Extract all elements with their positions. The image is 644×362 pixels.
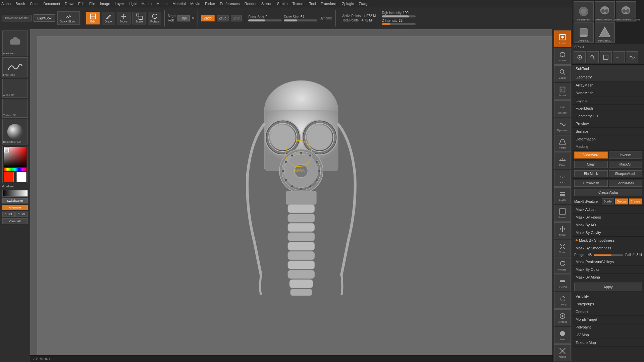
inverse-button[interactable]: Inverse (609, 152, 642, 159)
menu-light[interactable]: Light (129, 2, 137, 6)
mask-by-fibers-item[interactable]: Mask By Fibers (572, 214, 644, 221)
zsub-button[interactable]: Zsub (217, 15, 229, 21)
color-hue-bar[interactable] (4, 168, 26, 171)
draw-size-slider[interactable] (284, 19, 317, 21)
mask-by-alpha-item[interactable]: Mask By Alpha (572, 274, 644, 281)
tool-thumb-1[interactable]: SimpleBrush (574, 1, 594, 21)
switch-color-button[interactable]: SwitchColor (2, 198, 28, 203)
mask-by-smoothness-item[interactable]: Mask By Smoothness (572, 237, 644, 244)
menu-picker[interactable]: Picker (205, 2, 215, 6)
dynamic-view-button[interactable]: Dynamic (554, 118, 571, 134)
mask-adjust-item[interactable]: Mask Adjust (572, 206, 644, 214)
mask-by-color-item[interactable]: Mask By Color (572, 266, 644, 274)
edit-button[interactable]: Edit (86, 12, 100, 24)
rotate-tool-button[interactable]: Rotate (554, 257, 571, 274)
zcut-button[interactable]: Zcut (231, 15, 242, 21)
contact-section[interactable]: Contact (572, 308, 644, 316)
mask-by-ao-item[interactable]: Mask By AO (572, 221, 644, 229)
menu-ztarget[interactable]: Ztarget (359, 2, 371, 6)
menu-brush[interactable]: Brush (15, 2, 25, 6)
actual-button[interactable]: 1:1 Actual (554, 83, 571, 100)
alternate-button[interactable]: Alternate (2, 205, 28, 210)
texture-map-section[interactable]: Texture Map (572, 339, 644, 347)
range-slider[interactable] (594, 254, 611, 256)
aaHalf-view-btn[interactable]: AA (613, 51, 625, 63)
zadd-button[interactable]: Zadd (201, 15, 215, 21)
menu-macro[interactable]: Macro (142, 2, 152, 6)
focal-shift-slider[interactable] (248, 19, 282, 21)
zoom-view-btn[interactable] (587, 51, 599, 63)
morph-target-section[interactable]: Morph Target (572, 316, 644, 323)
menu-document[interactable]: Document (43, 2, 60, 6)
scale-tool-button[interactable]: Scale (554, 240, 571, 256)
transp-button[interactable]: Transp (554, 292, 571, 309)
tool-thumb-4[interactable]: Cylinder3D (574, 22, 594, 43)
rgb-dropdown[interactable]: Rgb (177, 15, 190, 21)
menu-alpha[interactable]: Alpha (1, 2, 11, 6)
actual-view-btn[interactable] (600, 51, 612, 63)
fibermesh-section[interactable]: FiberMesh (572, 105, 644, 112)
crease-button[interactable]: Crease (629, 198, 642, 204)
primary-color-swatch[interactable] (4, 172, 14, 182)
mask-by-smoothness-2[interactable]: Mask By Smoothness (572, 244, 644, 252)
menu-render[interactable]: Render (245, 2, 257, 6)
clear-all-button[interactable]: Clear All (2, 218, 28, 224)
menu-tool[interactable]: Tool (309, 2, 316, 6)
layers-section[interactable]: Layers (572, 97, 644, 105)
xpose-button[interactable]: Xpose (554, 344, 571, 361)
cust2-button[interactable]: Cust2 (15, 212, 28, 217)
move-button[interactable]: Move (117, 12, 130, 24)
growmask-button[interactable]: GrowMask (574, 180, 608, 187)
tool-thumb-2[interactable]: GasMaskFinalTOZBRL (595, 1, 615, 21)
menu-preferences[interactable]: Preferences (220, 2, 240, 6)
menu-material[interactable]: Material (172, 2, 185, 6)
brush-slot-1[interactable]: MaskPen (2, 31, 28, 56)
menu-image[interactable]: Image (100, 2, 110, 6)
menu-color[interactable]: Color (30, 2, 39, 6)
move-tool-button[interactable]: Move (554, 222, 571, 239)
scroll-view-btn[interactable] (574, 51, 586, 63)
menu-texture[interactable]: Texture (292, 2, 305, 6)
secondary-color-swatch[interactable] (16, 172, 26, 182)
tool-thumb-5[interactable]: PolyMesh3D (595, 22, 615, 43)
menu-zplugin[interactable]: Zplugin (342, 2, 354, 6)
local-button[interactable]: Local (554, 31, 571, 47)
border-button[interactable]: Border (602, 198, 614, 204)
viewmask-button[interactable]: ViewMask (574, 152, 608, 159)
menu-edit[interactable]: Edit (78, 2, 85, 6)
sharpenmask-button[interactable]: SharpenMask (609, 170, 642, 177)
bymesc-button[interactable]: ByMesc (554, 309, 571, 326)
subtool-section[interactable]: SubTool (572, 65, 644, 73)
tool-thumb-3[interactable]: GasMaskFinalTOZBRL (616, 1, 636, 21)
zoom-button[interactable]: Zoom (554, 65, 571, 82)
draw-button[interactable]: Draw (102, 12, 115, 24)
alpha-slot[interactable]: Alpha Off (2, 79, 28, 98)
texture-slot[interactable]: Texture Off (2, 99, 28, 118)
menu-movie[interactable]: Movie (191, 2, 200, 6)
projection-master-button[interactable]: Projection Master (2, 15, 32, 22)
persp-button[interactable]: Persp (554, 135, 571, 152)
clear-mask-button[interactable]: Clear (574, 161, 608, 168)
geometry-hd-section[interactable]: Geometry HD (572, 112, 644, 120)
menu-draw[interactable]: Draw (65, 2, 73, 6)
menu-marker[interactable]: Marker (156, 2, 168, 6)
mask-peaks-item[interactable]: Mask PeaksAndValleys (572, 258, 644, 266)
mask-by-cavity-item[interactable]: Mask By Cavity (572, 229, 644, 237)
linepill-button[interactable]: Line Pill (554, 275, 571, 291)
nanomesh-section[interactable]: NanoMesh (572, 89, 644, 97)
menu-transform[interactable]: Transform (321, 2, 337, 6)
lightbox-button[interactable]: LightBox (34, 14, 55, 22)
rotate-button[interactable]: Rotate (148, 12, 162, 24)
geometry-section[interactable]: Geometry (572, 73, 644, 81)
color-gradient-field[interactable] (4, 147, 26, 167)
polypaint-section[interactable]: Polypaint (572, 323, 644, 331)
menu-file[interactable]: File (89, 2, 95, 6)
color-picker-indicator[interactable] (4, 148, 9, 153)
arraymesh-section[interactable]: ArrayMesh (572, 81, 644, 89)
material-slot[interactable]: BasicMaterial2 (2, 119, 28, 144)
solo-button[interactable]: Solo (554, 327, 571, 344)
shrinkmask-button[interactable]: ShrinkMask (609, 180, 642, 187)
z-intensity-slider[interactable] (382, 23, 416, 25)
layers-button[interactable]: LLym (554, 187, 571, 204)
rgb-intensity-slider[interactable] (382, 15, 416, 17)
